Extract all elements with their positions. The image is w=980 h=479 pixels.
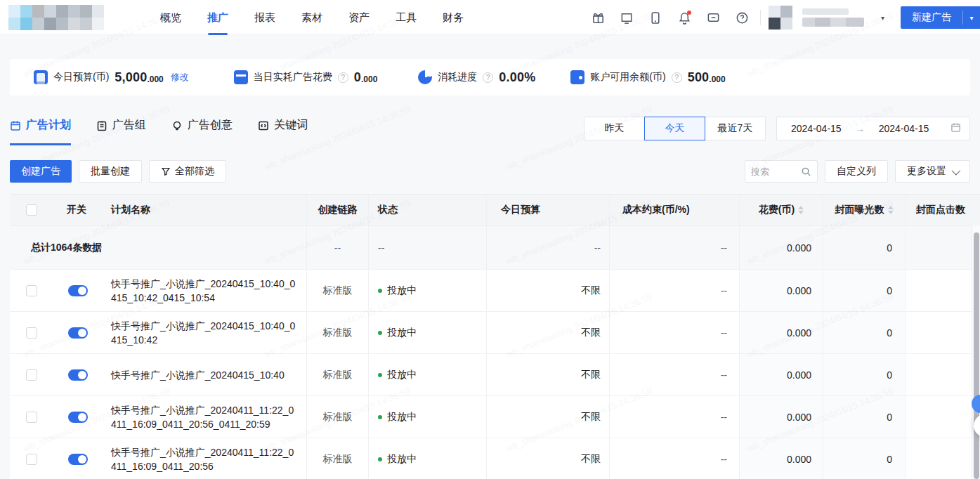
phone-icon[interactable] (648, 10, 663, 25)
row-checkbox[interactable] (26, 369, 37, 381)
select-all-checkbox[interactable] (26, 204, 37, 216)
nav-item-overview[interactable]: 概览 (160, 0, 181, 35)
header-cost-constraint: 成本约束(币/%) (609, 195, 739, 225)
custom-columns-button[interactable]: 自定义列 (825, 160, 888, 183)
nav-item-material[interactable]: 素材 (301, 0, 322, 35)
vertical-scrollbar-thumb[interactable] (974, 232, 979, 479)
date-start[interactable]: 2024-04-15 (791, 123, 842, 134)
header-cover-clicks: 封面点击数 (905, 195, 980, 225)
notification-bell-icon[interactable] (677, 10, 692, 25)
table-row: 快手号推广_小说推广_20240415_10:40_0415_10:42 标准版… (10, 311, 980, 353)
row-checkbox[interactable] (26, 327, 37, 339)
row-switch-toggle-on[interactable] (68, 412, 88, 423)
avatar (769, 6, 792, 29)
batch-create-button[interactable]: 批量创建 (79, 160, 142, 183)
new-ad-caret-down-icon[interactable]: ▾ (963, 6, 980, 29)
create-ad-button[interactable]: 创建广告 (10, 160, 72, 183)
nav-item-report[interactable]: 报表 (254, 0, 275, 35)
help-icon[interactable] (734, 10, 750, 25)
row-checkbox[interactable] (26, 285, 37, 296)
header-impressions-label: 封面曝光数 (835, 204, 884, 216)
search-input[interactable] (751, 166, 796, 177)
today-spend-label: 当日实耗广告花费 (254, 71, 332, 84)
tab-keywords[interactable]: 关键词 (258, 118, 308, 145)
status-cell: 投放中 (368, 438, 486, 479)
navbar-icon-group (590, 0, 750, 35)
tab-ad-creative[interactable]: 广告创意 (171, 118, 233, 145)
filter-all-button[interactable]: 全部筛选 (149, 160, 226, 183)
row-switch-toggle-on[interactable] (68, 454, 88, 465)
today-spend-value: 0 (354, 70, 361, 85)
table-row: 快手号推广_小说推广_20240411_11:22_0411_16:09_041… (10, 395, 980, 438)
tab-keywords-label: 关键词 (274, 118, 308, 133)
tab-ad-group[interactable]: 广告组 (96, 118, 146, 145)
table-row: 快手号推广_小说推广_20240415_10:40_0415_10:42_041… (10, 269, 980, 311)
date-last7days-button[interactable]: 最近7天 (705, 117, 766, 140)
screen-icon[interactable] (619, 10, 634, 25)
sort-icon[interactable] (798, 206, 804, 214)
table-header-row: 开关 计划名称 创建链路 状态 今日预算 成本约束(币/%) 花费(币) 封面曝… (10, 195, 980, 225)
summary-item-spend-progress: 消耗进度 ? 0.00% (418, 70, 535, 85)
new-ad-button[interactable]: 新建广告 (901, 6, 962, 29)
plan-name-link[interactable]: 快手号推广_小说推广_20240415_10:40_0415_10:42_041… (111, 277, 296, 305)
date-end[interactable]: 2024-04-15 (879, 123, 929, 134)
nav-item-finance[interactable]: 财务 (443, 0, 464, 35)
tab-ad-plan[interactable]: 广告计划 (10, 118, 71, 145)
message-icon[interactable] (705, 10, 721, 25)
spend-cell: 0.000 (739, 396, 823, 438)
select-all-cell (10, 195, 53, 225)
search-box[interactable] (745, 160, 818, 183)
impressions-cell: 0 (823, 354, 905, 395)
impressions-cell: 0 (823, 270, 905, 311)
modify-budget-link[interactable]: 修改 (171, 71, 189, 84)
spend-progress-help-icon[interactable]: ? (483, 72, 493, 83)
date-today-button[interactable]: 今天 (644, 117, 705, 140)
plan-name-link[interactable]: 快手号推广_小说推广_20240411_11:22_0411_16:09_041… (111, 403, 296, 431)
summary-impressions: 0 (823, 226, 905, 269)
status-cell: 投放中 (368, 270, 486, 311)
summary-total-label: 总计1064条数据 (10, 226, 306, 269)
header-status: 状态 (368, 195, 486, 225)
plan-name-link[interactable]: 快手号推广_小说推广_20240415_10:40 (111, 368, 285, 382)
search-icon[interactable] (801, 166, 811, 177)
status-dot-green (378, 457, 382, 461)
impressions-cell: 0 (823, 396, 905, 438)
vertical-scrollbar-track[interactable] (972, 225, 980, 479)
row-checkbox[interactable] (26, 412, 37, 423)
daily-budget-decimal: .000 (147, 74, 163, 85)
status-text: 投放中 (387, 284, 417, 297)
date-yesterday-button[interactable]: 昨天 (584, 117, 645, 140)
date-range-picker[interactable]: 2024-04-15 → 2024-04-15 (776, 117, 970, 140)
more-settings-button[interactable]: 更多设置 (895, 160, 970, 183)
sort-icon[interactable] (888, 206, 894, 214)
today-spend-help-icon[interactable]: ? (338, 72, 348, 83)
header-spend-sortable[interactable]: 花费(币) (739, 195, 823, 225)
row-checkbox[interactable] (26, 454, 37, 465)
spend-card-icon (234, 70, 248, 84)
app-logo-blurred (8, 5, 104, 30)
impressions-cell: 0 (823, 312, 905, 353)
nav-item-tools[interactable]: 工具 (396, 0, 417, 35)
row-switch-toggle-on[interactable] (68, 285, 88, 296)
entity-tabs: 广告计划 广告组 广告创意 关键词 (10, 118, 308, 145)
account-switcher[interactable]: ▾ (769, 0, 884, 35)
summary-item-daily-budget: 今日预算(币) 5,000 .000 修改 (34, 70, 189, 85)
cover-clicks-cell (905, 354, 980, 395)
header-impressions-sortable[interactable]: 封面曝光数 (823, 195, 905, 225)
cover-clicks-cell (905, 270, 980, 311)
status-text: 投放中 (387, 369, 417, 381)
row-switch-toggle-on[interactable] (68, 369, 88, 381)
create-link-cell: 标准版 (306, 312, 368, 353)
daily-budget-cell: 不限 (486, 438, 609, 479)
status-cell: 投放中 (368, 354, 486, 395)
row-switch-toggle-on[interactable] (68, 327, 88, 339)
gift-box-icon[interactable] (590, 10, 606, 25)
tab-ad-group-label: 广告组 (112, 118, 146, 133)
create-link-cell: 标准版 (306, 354, 368, 395)
nav-item-promotion[interactable]: 推广 (207, 0, 228, 35)
nav-item-asset[interactable]: 资产 (348, 0, 370, 35)
balance-help-icon[interactable]: ? (672, 72, 682, 83)
plan-name-link[interactable]: 快手号推广_小说推广_20240415_10:40_0415_10:42 (111, 319, 296, 347)
plan-name-link[interactable]: 快手号推广_小说推广_20240411_11:22_0411_16:09_041… (111, 445, 296, 473)
header-plan-name: 计划名称 (103, 195, 306, 225)
